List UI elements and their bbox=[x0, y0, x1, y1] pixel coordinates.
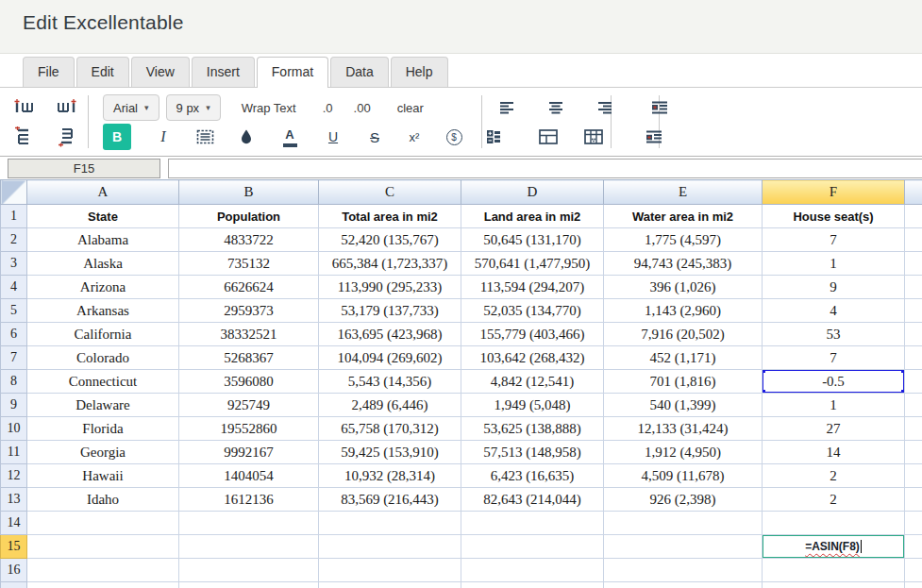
cell-F3[interactable]: 1 bbox=[763, 252, 905, 276]
row-header-9[interactable]: 9 bbox=[1, 394, 27, 417]
cell-editor[interactable]: =ASIN(F8) bbox=[763, 535, 905, 559]
indent-increase-button[interactable] bbox=[648, 95, 671, 120]
cell-C8[interactable]: 5,543 (14,356) bbox=[319, 370, 461, 394]
insert-row-below-button[interactable] bbox=[56, 125, 78, 149]
cell-E16[interactable] bbox=[604, 559, 763, 582]
row-header-5[interactable]: 5 bbox=[1, 299, 27, 323]
tab-label[interactable]: Insert bbox=[192, 57, 255, 87]
indent-decrease-button[interactable] bbox=[643, 125, 665, 149]
cell-A12[interactable]: Hawaii bbox=[27, 464, 179, 488]
tab-label[interactable]: View bbox=[131, 57, 190, 87]
align-left-button[interactable] bbox=[495, 95, 518, 120]
cell-E6[interactable]: 7,916 (20,502) bbox=[604, 323, 763, 346]
cell-A4[interactable]: Arizona bbox=[27, 276, 179, 299]
tab-label[interactable]: Help bbox=[391, 57, 448, 87]
tab-view[interactable]: View bbox=[131, 57, 190, 87]
cell-C16[interactable] bbox=[319, 559, 461, 582]
cell-B13[interactable]: 1612136 bbox=[179, 488, 319, 512]
clear-formatting-button[interactable]: clear bbox=[397, 101, 424, 115]
cell-F7[interactable]: 7 bbox=[763, 346, 905, 370]
cell-F5[interactable]: 4 bbox=[763, 299, 905, 323]
split-cells-button[interactable] bbox=[582, 125, 605, 149]
bold-button[interactable]: B bbox=[103, 124, 131, 150]
column-header-D[interactable]: D bbox=[461, 180, 604, 205]
cell-partial-column[interactable] bbox=[905, 488, 922, 512]
row-header-7[interactable]: 7 bbox=[1, 346, 27, 370]
tab-file[interactable]: File bbox=[23, 57, 75, 87]
cell-E11[interactable]: 1,912 (4,950) bbox=[604, 441, 763, 464]
cell-C3[interactable]: 665,384 (1,723,337) bbox=[319, 252, 461, 276]
cell-partial[interactable] bbox=[27, 582, 179, 588]
select-all-corner[interactable] bbox=[1, 180, 27, 205]
cell-partial-column[interactable] bbox=[905, 441, 922, 464]
row-header-13[interactable]: 13 bbox=[1, 488, 27, 512]
cell-partial-column[interactable] bbox=[905, 582, 922, 588]
column-header-A[interactable]: A bbox=[27, 180, 179, 205]
fill-color-button[interactable] bbox=[235, 125, 258, 149]
cell-C6[interactable]: 163,695 (423,968) bbox=[319, 323, 461, 346]
cell-B10[interactable]: 19552860 bbox=[179, 417, 319, 441]
column-header-F[interactable]: F bbox=[763, 180, 905, 205]
cell-D5[interactable]: 52,035 (134,770) bbox=[461, 299, 604, 323]
cell-C13[interactable]: 83,569 (216,443) bbox=[319, 488, 461, 512]
cell-A3[interactable]: Alaska bbox=[27, 252, 179, 276]
cell-F8[interactable]: -0.5 bbox=[763, 370, 905, 394]
increase-decimal-button[interactable]: .00 bbox=[354, 101, 371, 115]
column-header-B[interactable]: B bbox=[179, 180, 319, 205]
cell-A14[interactable] bbox=[27, 512, 179, 535]
cell-partial[interactable] bbox=[461, 582, 604, 588]
superscript-button[interactable]: x² bbox=[403, 125, 426, 149]
cell-F12[interactable]: 2 bbox=[763, 464, 905, 488]
cell-D12[interactable]: 6,423 (16,635) bbox=[461, 464, 604, 488]
cell-F4[interactable]: 9 bbox=[763, 276, 905, 299]
italic-button[interactable]: I bbox=[152, 125, 175, 149]
cell-E12[interactable]: 4,509 (11,678) bbox=[604, 464, 763, 488]
cell-E9[interactable]: 540 (1,399) bbox=[604, 394, 763, 417]
cell-D14[interactable] bbox=[461, 512, 604, 535]
cell-C11[interactable]: 59,425 (153,910) bbox=[319, 441, 461, 464]
row-header-10[interactable]: 10 bbox=[1, 417, 27, 441]
cell-F11[interactable]: 14 bbox=[763, 441, 905, 464]
cell-B6[interactable]: 38332521 bbox=[179, 323, 319, 346]
tab-help[interactable]: Help bbox=[391, 57, 448, 87]
row-header-14[interactable]: 14 bbox=[1, 512, 27, 535]
cell-A1[interactable]: State bbox=[27, 205, 179, 228]
cell-partial-column[interactable] bbox=[905, 370, 922, 394]
cell-D7[interactable]: 103,642 (268,432) bbox=[461, 346, 604, 370]
cell-A2[interactable]: Alabama bbox=[27, 228, 179, 252]
cell-E10[interactable]: 12,133 (31,424) bbox=[604, 417, 763, 441]
cell-F14[interactable] bbox=[763, 512, 905, 535]
cell-B16[interactable] bbox=[179, 559, 319, 582]
cell-D9[interactable]: 1,949 (5,048) bbox=[461, 394, 604, 417]
cell-partial[interactable] bbox=[319, 582, 461, 588]
selection-handle[interactable] bbox=[763, 370, 766, 374]
cell-F6[interactable]: 53 bbox=[763, 323, 905, 346]
font-color-button[interactable]: A bbox=[278, 125, 301, 149]
tab-edit[interactable]: Edit bbox=[76, 57, 129, 87]
row-header-8[interactable]: 8 bbox=[1, 370, 27, 394]
cell-B9[interactable]: 925749 bbox=[179, 394, 319, 417]
cell-partial-column[interactable] bbox=[905, 228, 922, 252]
cell-D4[interactable]: 113,594 (294,207) bbox=[461, 276, 604, 299]
row-header-1[interactable]: 1 bbox=[1, 205, 27, 228]
column-header-C[interactable]: C bbox=[319, 180, 461, 205]
row-header-4[interactable]: 4 bbox=[1, 276, 27, 299]
cell-F1[interactable]: House seat(s) bbox=[763, 205, 905, 228]
cell-C2[interactable]: 52,420 (135,767) bbox=[319, 228, 461, 252]
cell-B2[interactable]: 4833722 bbox=[179, 228, 319, 252]
cell-A8[interactable]: Connecticut bbox=[27, 370, 179, 394]
row-header-15[interactable]: 15 bbox=[1, 535, 27, 559]
cell-E2[interactable]: 1,775 (4,597) bbox=[604, 228, 763, 252]
row-header-2[interactable]: 2 bbox=[1, 228, 27, 252]
cell-A13[interactable]: Idaho bbox=[27, 488, 179, 512]
cell-C4[interactable]: 113,990 (295,233) bbox=[319, 276, 461, 299]
cell-C12[interactable]: 10,932 (28,314) bbox=[319, 464, 461, 488]
align-center-button[interactable] bbox=[545, 95, 567, 120]
cell-F13[interactable]: 2 bbox=[763, 488, 905, 512]
cell-E15[interactable] bbox=[604, 535, 763, 559]
row-header-6[interactable]: 6 bbox=[1, 323, 27, 346]
cell-D16[interactable] bbox=[461, 559, 604, 582]
tab-data[interactable]: Data bbox=[330, 57, 389, 87]
font-family-dropdown[interactable]: Arial ▾ bbox=[103, 94, 159, 121]
cell-E1[interactable]: Water area in mi2 bbox=[604, 205, 763, 228]
